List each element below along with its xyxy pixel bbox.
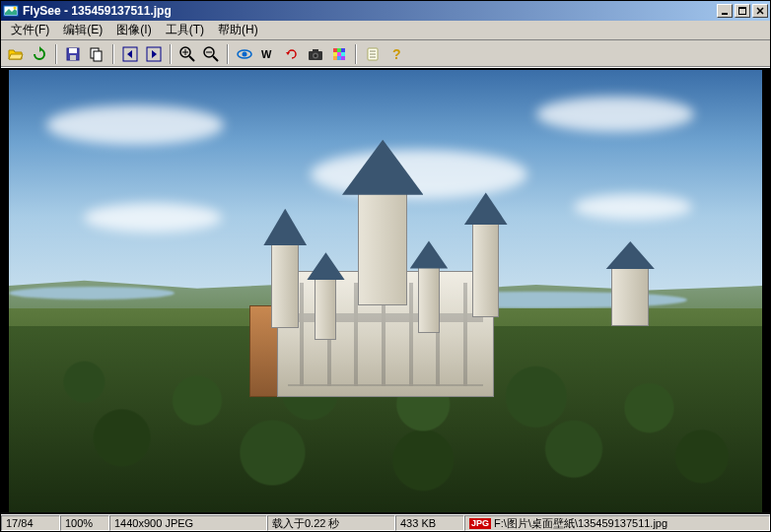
app-icon	[3, 3, 19, 19]
svg-rect-30	[337, 52, 341, 56]
svg-rect-26	[333, 48, 337, 52]
svg-point-20	[243, 51, 247, 56]
svg-rect-32	[333, 56, 337, 60]
status-zoom: 100%	[60, 515, 109, 531]
zoom-out-button[interactable]	[200, 43, 222, 65]
status-path: JPG F:\图片\桌面壁紙\135459137511.jpg	[464, 515, 770, 531]
maximize-button[interactable]	[735, 4, 750, 18]
svg-rect-9	[94, 51, 102, 61]
status-index: 17/84	[1, 515, 60, 531]
separator	[112, 44, 114, 64]
title-bar: FlySee - 135459137511.jpg	[1, 1, 770, 21]
svg-rect-28	[341, 48, 345, 52]
camera-button[interactable]	[305, 43, 326, 65]
menu-bar: 文件(F) 编辑(E) 图像(I) 工具(T) 帮助(H)	[1, 21, 770, 40]
svg-text:?: ?	[392, 46, 401, 62]
color-grid-button[interactable]	[328, 43, 350, 65]
svg-rect-6	[69, 48, 77, 53]
svg-rect-31	[341, 52, 345, 56]
close-button[interactable]	[752, 4, 768, 18]
open-button[interactable]	[5, 43, 27, 65]
format-badge-icon: JPG	[469, 518, 491, 529]
menu-file[interactable]: 文件(F)	[5, 20, 55, 40]
status-path-text: F:\图片\桌面壁紙\135459137511.jpg	[494, 516, 667, 531]
svg-text:W: W	[261, 48, 272, 60]
separator	[227, 44, 229, 64]
status-bar: 17/84 100% 1440x900 JPEG 载入于0.22 秒 433 K…	[1, 514, 770, 531]
status-loadtime: 载入于0.22 秒	[267, 515, 395, 531]
svg-rect-34	[341, 56, 345, 60]
prev-button[interactable]	[119, 43, 141, 65]
svg-point-25	[315, 54, 317, 57]
status-filesize: 433 KB	[395, 515, 464, 531]
status-dimensions: 1440x900 JPEG	[109, 515, 267, 531]
menu-edit[interactable]: 编辑(E)	[57, 20, 108, 40]
zoom-in-button[interactable]	[176, 43, 198, 65]
svg-rect-7	[70, 55, 76, 60]
window-title: FlySee - 135459137511.jpg	[23, 4, 717, 18]
help-button[interactable]: ?	[386, 43, 407, 65]
image-canvas	[9, 70, 762, 512]
separator	[355, 44, 357, 64]
menu-help[interactable]: 帮助(H)	[212, 20, 264, 40]
copy-button[interactable]	[86, 43, 107, 65]
image-viewport[interactable]	[1, 68, 770, 514]
save-button[interactable]	[62, 43, 84, 65]
toolbar: W ?	[1, 40, 770, 68]
svg-point-1	[14, 7, 17, 10]
svg-rect-23	[313, 49, 318, 52]
settings-button[interactable]	[362, 43, 384, 65]
svg-rect-33	[337, 56, 341, 60]
svg-line-13	[189, 56, 194, 61]
separator	[170, 44, 172, 64]
fullscreen-button[interactable]	[234, 43, 255, 65]
minimize-button[interactable]	[717, 4, 733, 18]
rotate-button[interactable]	[281, 43, 303, 65]
separator	[55, 44, 57, 64]
svg-rect-27	[337, 48, 341, 52]
wallpaper-button[interactable]: W	[257, 43, 279, 65]
next-button[interactable]	[143, 43, 165, 65]
refresh-button[interactable]	[29, 43, 50, 65]
svg-line-17	[213, 56, 218, 61]
svg-rect-29	[333, 52, 337, 56]
svg-rect-4	[738, 7, 746, 9]
menu-tools[interactable]: 工具(T)	[160, 20, 210, 40]
svg-rect-2	[722, 13, 728, 15]
menu-image[interactable]: 图像(I)	[110, 20, 157, 40]
